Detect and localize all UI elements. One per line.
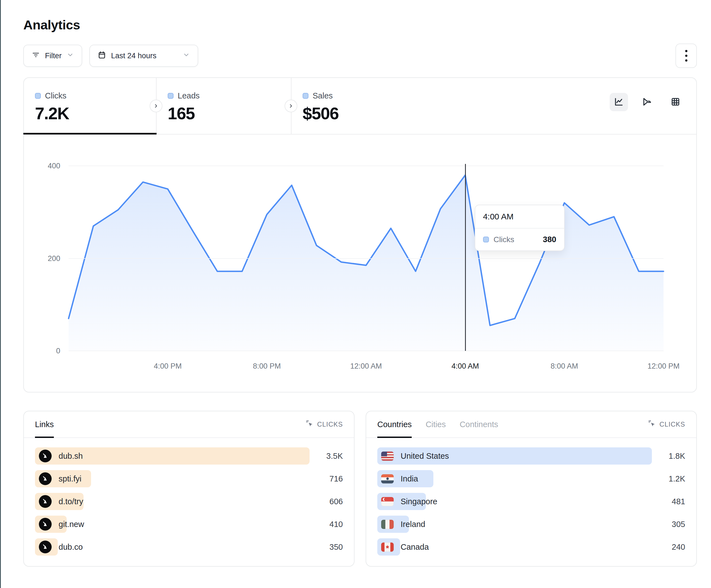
chart-view-toggles xyxy=(610,93,685,111)
country-row-value: 305 xyxy=(672,520,685,529)
tab-countries[interactable]: Countries xyxy=(377,411,412,437)
x-axis-label: 8:00 AM xyxy=(551,362,578,370)
country-row[interactable]: Ireland305 xyxy=(377,516,685,533)
analytics-chart-card: Clicks 7.2K Leads 165 xyxy=(23,77,697,392)
country-row[interactable]: Canada240 xyxy=(377,538,685,556)
country-row[interactable]: India1.2K xyxy=(377,470,685,487)
links-list: dub.sh3.5Kspti.fyi716d.to/try606git.new4… xyxy=(24,438,354,556)
country-row[interactable]: Singapore481 xyxy=(377,493,685,510)
country-row-label: Singapore xyxy=(401,497,437,506)
link-row-value: 3.5K xyxy=(326,452,343,461)
left-edge-divider xyxy=(0,0,1,588)
link-row[interactable]: spti.fyi716 xyxy=(35,470,343,487)
link-row-value: 716 xyxy=(329,474,343,483)
clicks-chart[interactable]: 4:00 AM Clicks 380 02004004:00 PM8:00 PM… xyxy=(24,135,696,392)
chevron-down-icon xyxy=(67,51,74,61)
filter-button-label: Filter xyxy=(45,51,62,60)
flag-sg-icon xyxy=(381,497,394,506)
dub-logo-icon xyxy=(39,495,52,508)
link-row-label: git.new xyxy=(59,520,84,529)
y-axis-label: 200 xyxy=(48,254,60,263)
date-range-label: Last 24 hours xyxy=(111,51,156,60)
stats-tabs: Clicks 7.2K Leads 165 xyxy=(24,78,696,135)
countries-list: United States1.8KIndia1.2KSingapore481Ir… xyxy=(366,438,696,556)
links-metric-label: CLICKS xyxy=(317,421,343,428)
country-row-value: 481 xyxy=(672,497,685,506)
link-row[interactable]: dub.sh3.5K xyxy=(35,447,343,465)
funnel-icon xyxy=(642,97,652,108)
country-row-value: 1.8K xyxy=(669,452,685,461)
tooltip-series-value: 380 xyxy=(543,235,556,244)
x-axis-label: 4:00 AM xyxy=(451,362,479,370)
link-row[interactable]: d.to/try606 xyxy=(35,493,343,510)
link-row[interactable]: dub.co350 xyxy=(35,538,343,556)
page-title: Analytics xyxy=(23,17,697,32)
filter-icon xyxy=(31,51,40,61)
link-row-value: 350 xyxy=(329,543,343,552)
chart-plot-area[interactable]: 4:00 AM Clicks 380 02004004:00 PM8:00 PM… xyxy=(69,166,664,351)
countries-metric[interactable]: CLICKS xyxy=(648,420,685,429)
y-axis-label: 0 xyxy=(56,347,60,355)
tab-continents[interactable]: Continents xyxy=(460,411,498,437)
tab-clicks[interactable]: Clicks 7.2K xyxy=(24,78,156,134)
country-row-value: 240 xyxy=(672,543,685,552)
hover-crosshair xyxy=(465,164,466,351)
clicks-label: Clicks xyxy=(45,91,66,100)
flag-in-icon xyxy=(381,474,394,483)
leads-label: Leads xyxy=(178,91,200,100)
next-stat-button[interactable] xyxy=(284,99,297,112)
tab-cities[interactable]: Cities xyxy=(426,411,446,437)
country-row-value: 1.2K xyxy=(669,474,685,483)
cursor-click-icon xyxy=(648,420,656,429)
clicks-value: 7.2K xyxy=(35,104,156,123)
tab-sales[interactable]: Sales $506 xyxy=(292,78,427,134)
chart-tooltip: 4:00 AM Clicks 380 xyxy=(475,205,565,251)
tab-leads[interactable]: Leads 165 xyxy=(156,78,292,134)
table-grid-icon xyxy=(670,97,681,108)
countries-panel-header: Countries Cities Continents CLICKS xyxy=(366,411,696,438)
country-row-label: India xyxy=(401,474,418,483)
dub-logo-icon xyxy=(39,472,52,485)
gridline-y-0 xyxy=(69,350,664,351)
more-options-button[interactable] xyxy=(675,44,697,68)
dub-logo-icon xyxy=(39,541,52,553)
clicks-legend-swatch xyxy=(35,93,41,99)
next-stat-button[interactable] xyxy=(150,99,163,112)
links-panel: Links CLICKS dub.sh3.5Kspti.fyi716d.to/t… xyxy=(23,411,354,567)
x-axis-label: 8:00 PM xyxy=(253,362,281,370)
filter-button[interactable]: Filter xyxy=(23,45,82,67)
sales-value: $506 xyxy=(303,104,427,123)
link-row-label: spti.fyi xyxy=(59,474,81,483)
leads-value: 165 xyxy=(168,104,291,123)
tooltip-legend-swatch xyxy=(483,236,489,243)
cursor-click-icon xyxy=(306,420,314,429)
gridline-y-200 xyxy=(69,258,664,259)
country-row-label: United States xyxy=(401,452,449,461)
country-row-label: Ireland xyxy=(401,520,425,529)
calendar-icon xyxy=(98,51,106,61)
breakdown-panels: Links CLICKS dub.sh3.5Kspti.fyi716d.to/t… xyxy=(23,411,697,567)
country-row-label: Canada xyxy=(401,543,429,552)
flag-us-icon xyxy=(381,452,394,461)
dub-logo-icon xyxy=(39,518,52,530)
funnel-view-button[interactable] xyxy=(638,93,656,111)
y-axis-label: 400 xyxy=(48,162,60,170)
leads-legend-swatch xyxy=(168,93,173,99)
tab-links[interactable]: Links xyxy=(35,411,54,437)
kebab-vertical-icon xyxy=(685,50,687,62)
x-axis-label: 4:00 PM xyxy=(154,362,182,370)
sales-legend-swatch xyxy=(303,93,308,99)
country-row[interactable]: United States1.8K xyxy=(377,447,685,465)
x-axis-label: 12:00 AM xyxy=(350,362,382,370)
tooltip-series-label: Clicks xyxy=(494,235,514,244)
flag-ca-icon xyxy=(381,543,394,552)
date-range-button[interactable]: Last 24 hours xyxy=(89,45,198,67)
link-row[interactable]: git.new410 xyxy=(35,516,343,533)
line-chart-icon xyxy=(614,97,624,108)
links-panel-header: Links CLICKS xyxy=(24,411,354,438)
links-metric[interactable]: CLICKS xyxy=(306,420,343,429)
link-row-value: 606 xyxy=(329,497,343,506)
table-view-button[interactable] xyxy=(666,93,685,111)
line-chart-view-button[interactable] xyxy=(610,93,628,111)
link-row-label: dub.sh xyxy=(59,452,83,461)
